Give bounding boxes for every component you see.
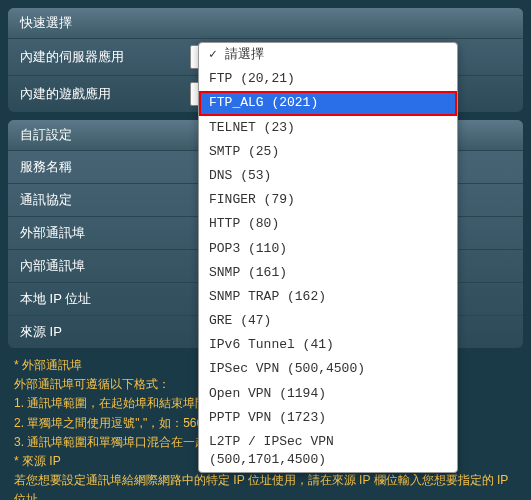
dropdown-item[interactable]: SNMP (161) <box>199 261 457 285</box>
server-app-dropdown[interactable]: 請選擇FTP (20,21)FTP_ALG (2021)TELNET (23)S… <box>198 42 458 473</box>
source-ip-label: 來源 IP <box>20 323 190 341</box>
external-port-label: 外部通訊埠 <box>20 224 190 242</box>
dropdown-item[interactable]: 請選擇 <box>199 43 457 67</box>
dropdown-item[interactable]: L2TP / IPSec VPN (500,1701,4500) <box>199 430 457 472</box>
quick-select-header: 快速選擇 <box>8 8 523 38</box>
protocol-label: 通訊協定 <box>20 191 190 209</box>
dropdown-item[interactable]: FTP_ALG (2021) <box>199 91 457 115</box>
dropdown-item[interactable]: Open VPN (1194) <box>199 382 457 406</box>
dropdown-item[interactable]: IPv6 Tunnel (41) <box>199 333 457 357</box>
local-ip-label: 本地 IP 位址 <box>20 290 190 308</box>
dropdown-item[interactable]: FTP (20,21) <box>199 67 457 91</box>
game-app-label: 內建的遊戲應用 <box>20 85 190 103</box>
internal-port-label: 內部通訊埠 <box>20 257 190 275</box>
dropdown-item[interactable]: GRE (47) <box>199 309 457 333</box>
dropdown-item[interactable]: DNS (53) <box>199 164 457 188</box>
service-name-label: 服務名稱 <box>20 158 190 176</box>
server-app-label: 內建的伺服器應用 <box>20 48 190 66</box>
dropdown-item[interactable]: HTTP (80) <box>199 212 457 236</box>
dropdown-item[interactable]: TELNET (23) <box>199 116 457 140</box>
dropdown-item[interactable]: FINGER (79) <box>199 188 457 212</box>
dropdown-item[interactable]: SNMP TRAP (162) <box>199 285 457 309</box>
dropdown-item[interactable]: PPTP VPN (1723) <box>199 406 457 430</box>
source-ip-note-line: 若您想要設定通訊埠給網際網路中的特定 IP 位址使用，請在來源 IP 欄位輸入您… <box>14 471 517 500</box>
dropdown-item[interactable]: POP3 (110) <box>199 237 457 261</box>
dropdown-item[interactable]: SMTP (25) <box>199 140 457 164</box>
dropdown-item[interactable]: IPSec VPN (500,4500) <box>199 357 457 381</box>
